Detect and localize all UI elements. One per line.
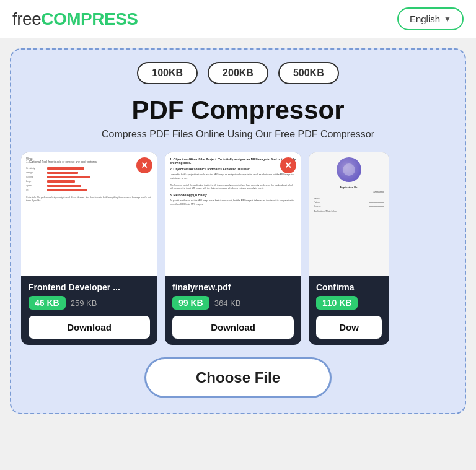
pdf-preview-1: What1. [Optional] Feel free to add or re… bbox=[21, 152, 157, 276]
file-sizes-1: 46 KB 259 KB bbox=[29, 296, 150, 310]
title-section: PDF Compressor Compress PDF Files Online… bbox=[21, 95, 455, 140]
pdf-preview-3: Application No. 000000000 Name: ——————— … bbox=[309, 152, 389, 276]
choose-file-section: Choose File bbox=[21, 357, 455, 398]
file-card-2: ✕ 1. Objectives/Aim of the Project: To i… bbox=[165, 152, 301, 345]
pdf-preview-2: 1. Objectives/Aim of the Project: To ini… bbox=[165, 152, 301, 276]
file-sizes-3: 110 KB bbox=[316, 296, 382, 310]
logo-compress-text: COMPRESS bbox=[41, 9, 138, 28]
size-new-3: 110 KB bbox=[316, 296, 358, 310]
size-old-2: 364 KB bbox=[214, 298, 241, 308]
file-preview-2: ✕ 1. Objectives/Aim of the Project: To i… bbox=[165, 152, 301, 276]
compressor-card: 100KB 200KB 500KB PDF Compressor Compres… bbox=[10, 48, 466, 414]
logo: freeCOMPRESS bbox=[12, 9, 138, 29]
download-button-3[interactable]: Dow bbox=[316, 316, 382, 339]
download-button-1[interactable]: Download bbox=[29, 316, 150, 339]
file-preview-3: Application No. 000000000 Name: ——————— … bbox=[309, 152, 389, 276]
file-sizes-2: 99 KB 364 KB bbox=[172, 296, 294, 310]
size-100kb-button[interactable]: 100KB bbox=[137, 62, 198, 84]
file-name-3: Confirma bbox=[316, 282, 382, 292]
logo-free-text: free bbox=[12, 9, 41, 28]
file-info-1: Frontend Developer ... 46 KB 259 KB Down… bbox=[21, 276, 157, 345]
file-name-2: finalyrnew.pdf bbox=[172, 282, 294, 292]
language-selector[interactable]: English ▼ bbox=[397, 7, 464, 30]
size-200kb-button[interactable]: 200KB bbox=[208, 62, 268, 84]
close-button-2[interactable]: ✕ bbox=[280, 157, 296, 173]
size-new-2: 99 KB bbox=[172, 296, 209, 310]
file-info-3: Confirma 110 KB Dow bbox=[309, 276, 389, 345]
download-button-2[interactable]: Download bbox=[172, 316, 294, 339]
size-new-1: 46 KB bbox=[29, 296, 66, 310]
file-card-1: ✕ What1. [Optional] Feel free to add or … bbox=[21, 152, 157, 345]
size-500kb-button[interactable]: 500KB bbox=[278, 62, 339, 84]
page-title: PDF Compressor bbox=[21, 95, 455, 125]
file-info-2: finalyrnew.pdf 99 KB 364 KB Download bbox=[165, 276, 301, 345]
language-label: English bbox=[410, 14, 440, 24]
file-preview-1: ✕ What1. [Optional] Feel free to add or … bbox=[21, 152, 157, 276]
file-name-1: Frontend Developer ... bbox=[29, 282, 150, 292]
close-button-1[interactable]: ✕ bbox=[136, 157, 152, 173]
page-subtitle: Compress PDF Files Online Using Our Free… bbox=[21, 129, 455, 140]
size-presets: 100KB 200KB 500KB bbox=[21, 62, 455, 84]
size-old-1: 259 KB bbox=[71, 298, 97, 308]
chevron-down-icon: ▼ bbox=[444, 15, 451, 24]
choose-file-button[interactable]: Choose File bbox=[144, 357, 332, 398]
header: freeCOMPRESS English ▼ bbox=[0, 0, 476, 38]
file-card-3: Application No. 000000000 Name: ——————— … bbox=[309, 152, 389, 345]
main-content: 100KB 200KB 500KB PDF Compressor Compres… bbox=[0, 38, 476, 424]
files-row: ✕ What1. [Optional] Feel free to add or … bbox=[21, 152, 455, 345]
